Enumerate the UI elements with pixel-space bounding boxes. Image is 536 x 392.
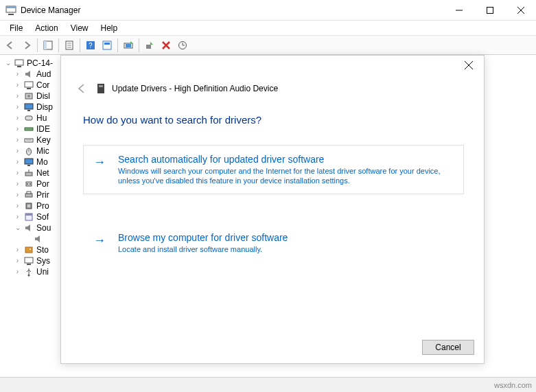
tree-item-label: IDE (36, 124, 50, 135)
svg-point-41 (30, 183, 31, 185)
hid-icon (23, 113, 34, 124)
expand-icon[interactable]: › (14, 124, 21, 135)
minimize-button[interactable] (443, 0, 474, 20)
dialog-close-button[interactable] (465, 61, 476, 72)
system-icon (23, 255, 34, 266)
browse-computer-option[interactable]: → Browse my computer for driver software… (83, 223, 464, 263)
tree-item[interactable]: ›Pro (4, 200, 65, 211)
expand-icon[interactable]: › (14, 266, 21, 277)
svg-rect-56 (99, 85, 103, 87)
svg-rect-23 (25, 82, 33, 87)
expand-icon[interactable]: › (14, 102, 21, 113)
svg-rect-45 (27, 205, 30, 207)
tree-item-label: Key (36, 135, 51, 146)
option1-description: Windows will search your computer and th… (118, 166, 452, 185)
usb-icon (23, 266, 34, 277)
help-button[interactable]: ? (83, 38, 98, 53)
tree-item[interactable]: ›Sof (4, 211, 65, 222)
computer-icon (14, 58, 25, 69)
arrow-right-icon: → (93, 233, 106, 248)
device-tree[interactable]: ⌄ PC-14- ›Aud›Cor›Disl›Disp›Hu›IDE›Key›M… (0, 55, 65, 280)
expand-icon[interactable]: › (14, 189, 21, 200)
tree-item[interactable]: ›Aud (4, 69, 65, 80)
tree-item[interactable]: ›Uni (4, 266, 65, 277)
svg-rect-29 (25, 116, 32, 120)
svg-rect-42 (25, 194, 32, 197)
arrow-right-icon: → (93, 155, 106, 170)
expand-icon[interactable]: › (14, 157, 21, 168)
svg-rect-19 (146, 45, 151, 49)
tree-item[interactable]: ›Disl (4, 91, 65, 102)
device-icon (95, 83, 106, 94)
tree-item[interactable]: ›IDE (4, 124, 65, 135)
expand-icon[interactable]: › (14, 69, 21, 80)
titlebar: Device Manager (0, 0, 536, 21)
svg-rect-37 (25, 172, 32, 176)
software-icon (23, 211, 34, 222)
tree-item[interactable] (4, 233, 65, 244)
expand-icon[interactable]: › (14, 178, 21, 189)
tree-item[interactable]: ›Net (4, 168, 65, 178)
properties-button[interactable] (62, 38, 77, 53)
tree-item[interactable]: ›Key (4, 135, 65, 146)
menu-help[interactable]: Help (95, 22, 124, 34)
svg-rect-8 (44, 41, 47, 49)
expand-icon[interactable]: › (14, 200, 21, 211)
svg-rect-36 (27, 165, 30, 166)
tree-item[interactable]: ›Prir (4, 189, 65, 200)
tree-root[interactable]: ⌄ PC-14- (4, 58, 65, 69)
tree-item-label: Cor (36, 80, 49, 91)
expand-icon[interactable]: › (14, 255, 21, 266)
tree-item[interactable]: ›Sto (4, 244, 65, 255)
search-automatically-option[interactable]: → Search automatically for updated drive… (83, 145, 464, 194)
svg-point-49 (30, 249, 31, 250)
computer-icon (23, 80, 34, 91)
menu-file[interactable]: File (4, 22, 28, 34)
enable-device-button[interactable] (142, 38, 157, 53)
expand-icon[interactable]: ⌄ (14, 222, 21, 233)
close-button[interactable] (505, 0, 536, 20)
expand-icon[interactable]: › (14, 244, 21, 255)
disk-icon (23, 91, 34, 102)
expand-icon[interactable]: › (14, 211, 21, 222)
collapse-icon[interactable]: ⌄ (4, 58, 12, 69)
app-icon (5, 5, 16, 16)
tree-item[interactable]: ⌄Sou (4, 222, 65, 233)
dialog-back-button[interactable] (76, 83, 90, 94)
menubar: File Action View Help (0, 21, 536, 36)
tree-item[interactable]: ›Disp (4, 102, 65, 113)
tree-item[interactable]: ›Sys (4, 255, 65, 266)
toolbar: ? (0, 36, 536, 55)
expand-icon[interactable]: › (14, 135, 21, 146)
expand-icon[interactable]: › (14, 91, 21, 102)
ide-icon (23, 124, 34, 135)
expand-icon[interactable]: › (14, 80, 21, 91)
tree-item[interactable]: ›Mo (4, 157, 65, 168)
svg-rect-1 (8, 14, 14, 15)
tree-item[interactable]: ›Cor (4, 80, 65, 91)
expand-icon[interactable]: › (14, 146, 21, 157)
cancel-button[interactable]: Cancel (422, 340, 474, 355)
tree-item[interactable]: ›Por (4, 178, 65, 189)
forward-button[interactable] (19, 38, 34, 53)
action-button[interactable] (100, 38, 115, 53)
tree-item[interactable]: ›Mic (4, 146, 65, 157)
tree-item[interactable]: ›Hu (4, 113, 65, 124)
show-hide-tree-button[interactable] (40, 38, 56, 53)
menu-action[interactable]: Action (30, 22, 63, 34)
svg-rect-2 (6, 6, 16, 8)
expand-icon[interactable]: › (14, 168, 21, 178)
menu-view[interactable]: View (65, 22, 94, 34)
svg-rect-50 (25, 257, 33, 263)
scan-hardware-button[interactable] (175, 38, 190, 53)
tree-item-label: Sof (36, 211, 49, 222)
expand-icon[interactable]: › (14, 113, 21, 124)
maximize-button[interactable] (474, 0, 505, 20)
back-button[interactable] (3, 38, 18, 53)
tree-item-label: Disp (36, 102, 53, 113)
toolbar-separator (80, 38, 80, 52)
speaker-icon (23, 222, 34, 233)
tree-item-label: Por (36, 178, 49, 189)
update-driver-button[interactable] (121, 38, 136, 53)
uninstall-device-button[interactable] (159, 38, 174, 53)
